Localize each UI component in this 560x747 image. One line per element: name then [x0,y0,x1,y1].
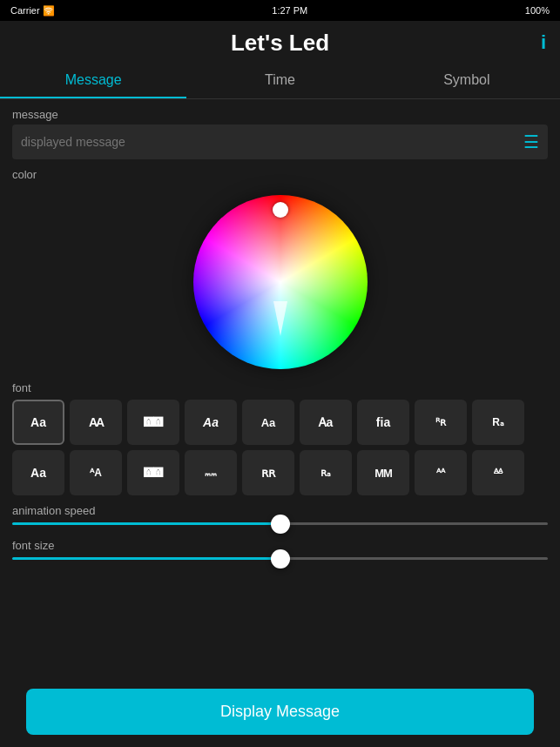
font-row-1: Aa AA 🅰🅰 Aa Aa Ꭺa fia ᴿʀ Rₐ [12,400,548,445]
animation-speed-thumb[interactable] [271,515,290,534]
main-content: message ☰ color font Aa AA 🅰🅰 Aa Aa Ꭺa f… [0,99,560,677]
animation-speed-track[interactable] [12,522,548,525]
message-section-label: message [12,108,548,121]
font-item-5[interactable]: Ꭺa [300,400,352,445]
font-item-16[interactable]: ᴬᴬ [415,450,467,495]
font-item-11[interactable]: 🅰🅰 [127,450,179,495]
font-size-section: font size [12,539,548,560]
color-wheel-handle[interactable] [273,202,288,218]
font-item-9[interactable]: Aa [12,450,64,495]
list-icon[interactable]: ☰ [523,131,539,152]
font-section-label: font [12,381,548,394]
font-item-6[interactable]: fia [357,400,409,445]
font-item-15[interactable]: MM [357,450,409,495]
bottom-button-area: Display Message [0,680,560,747]
app-title: Let's Led [231,30,329,56]
font-item-13[interactable]: ʀʀ [242,450,294,495]
font-item-14[interactable]: ʀₐ [300,450,352,495]
color-section-label: color [12,168,548,181]
font-item-1[interactable]: AA [70,400,122,445]
status-carrier: Carrier 🛜 [10,5,55,17]
display-message-button[interactable]: Display Message [26,689,534,735]
color-wheel-container[interactable] [12,186,548,381]
font-size-track[interactable] [12,557,548,560]
font-size-thumb[interactable] [271,549,290,569]
message-input[interactable] [21,135,523,149]
status-battery: 100% [525,5,550,16]
font-item-0[interactable]: Aa [12,400,64,445]
status-bar: Carrier 🛜 1:27 PM 100% [0,0,560,21]
font-item-2[interactable]: 🅰🅰 [127,400,179,445]
app-header: Let's Led i [0,21,560,64]
font-item-12[interactable]: ₘₘ [185,450,237,495]
tab-message[interactable]: Message [0,64,186,98]
color-wheel-pointer [273,301,287,336]
font-item-8[interactable]: Rₐ [472,400,524,445]
info-icon[interactable]: i [541,31,546,54]
tab-bar: Message Time Symbol [0,64,560,99]
font-item-7[interactable]: ᴿʀ [415,400,467,445]
font-item-3[interactable]: Aa [185,400,237,445]
status-time: 1:27 PM [272,5,307,16]
font-item-17[interactable]: ᴬᴬ [472,450,524,495]
font-item-10[interactable]: ᴬA [70,450,122,495]
tab-time[interactable]: Time [186,64,373,98]
font-item-4[interactable]: Aa [242,400,294,445]
tab-symbol[interactable]: Symbol [374,64,560,98]
animation-speed-section: animation speed [12,504,548,525]
message-input-row: ☰ [12,124,548,159]
font-row-2: Aa ᴬA 🅰🅰 ₘₘ ʀʀ ʀₐ MM ᴬᴬ ᴬᴬ [12,450,548,495]
color-wheel[interactable] [193,195,368,369]
